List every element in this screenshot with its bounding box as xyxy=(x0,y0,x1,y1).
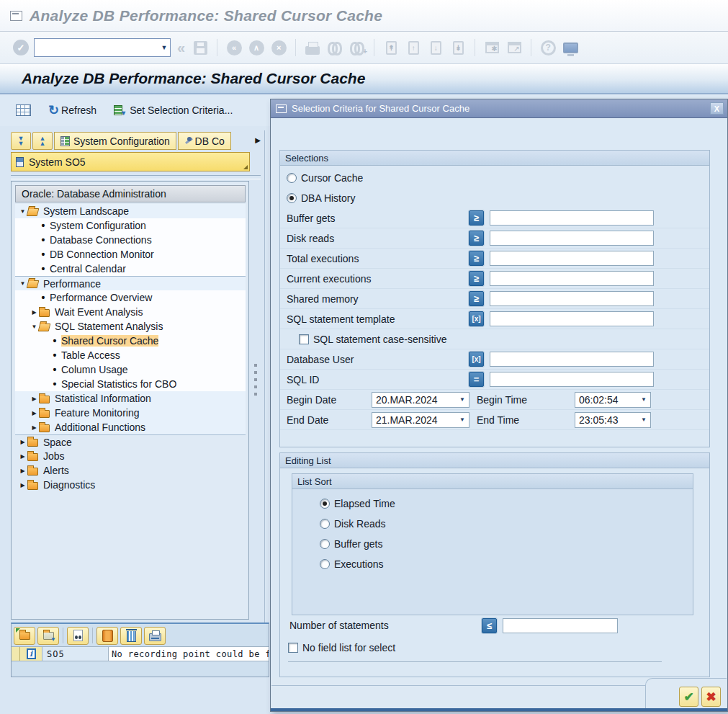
mode-radio-cursor-cache[interactable]: Cursor Cache xyxy=(280,168,709,188)
enter-icon[interactable]: ✓ xyxy=(13,40,29,55)
create-shortcut-button[interactable]: ↗ xyxy=(505,38,523,57)
pattern-operator-icon[interactable]: [x] xyxy=(469,352,484,367)
radio-unselected-icon[interactable] xyxy=(287,173,297,183)
expand-icon[interactable]: ▶ xyxy=(30,309,39,316)
save-button[interactable] xyxy=(192,38,209,57)
number-of-statements-input[interactable] xyxy=(503,618,618,633)
tree-item-system-configuration[interactable]: •System Configuration xyxy=(15,218,246,233)
radio-selected-icon[interactable] xyxy=(320,499,330,509)
tree-item-alerts[interactable]: ▶Alerts xyxy=(15,463,246,478)
less-equal-operator-icon[interactable]: ≤ xyxy=(482,618,497,633)
back-button[interactable]: « xyxy=(225,38,243,57)
tree-item-feature-monitoring[interactable]: ▶Feature Monitoring xyxy=(15,406,246,420)
checkbox-icon[interactable] xyxy=(299,334,309,344)
tree-item-jobs[interactable]: ▶Jobs xyxy=(15,449,246,463)
command-field[interactable]: ▼ xyxy=(34,38,171,57)
tree-item-db-connection-monitor[interactable]: •DB Connection Monitor xyxy=(15,247,246,262)
open-alert-button[interactable] xyxy=(14,627,35,645)
dialog-titlebar[interactable]: Selection Criteria for Shared Cursor Cac… xyxy=(271,99,727,118)
tree-item-table-access[interactable]: •Table Access xyxy=(15,348,246,362)
sort-radio-disk-reads[interactable]: Disk Reads xyxy=(320,514,693,534)
greater-equal-operator-icon[interactable]: ≥ xyxy=(469,291,484,306)
collapse-toolbar-icon[interactable]: « xyxy=(177,40,185,56)
delete-button[interactable] xyxy=(120,627,142,645)
last-page-button[interactable]: ↡ xyxy=(449,38,467,57)
cancel-button[interactable]: ✖ xyxy=(701,687,721,707)
new-session-button[interactable]: ✱ xyxy=(483,38,500,57)
find-button[interactable] xyxy=(326,38,343,57)
cancel-session-button[interactable]: × xyxy=(270,38,287,57)
tree-item-performance-overview[interactable]: •Performance Overview xyxy=(15,290,246,305)
expand-icon[interactable]: ▶ xyxy=(18,453,27,460)
expand-icon[interactable]: ▶ xyxy=(30,396,39,402)
system-selector[interactable]: System SO5 xyxy=(11,152,250,171)
database-user-input[interactable] xyxy=(490,352,654,367)
collapse-all-button[interactable]: ▲▲ xyxy=(32,132,53,150)
tree-item-shared-cursor-cache[interactable]: •Shared Cursor Cache xyxy=(15,334,246,348)
tree-item-special-statistics-for-cbo[interactable]: •Special Statistics for CBO xyxy=(15,377,246,391)
exit-button[interactable]: ∧ xyxy=(248,38,265,57)
tab-scroll-right-icon[interactable]: ▶ xyxy=(255,136,261,144)
greater-equal-operator-icon[interactable]: ≥ xyxy=(469,251,484,266)
sort-radio-buffer-gets[interactable]: Buffer gets xyxy=(320,534,693,554)
current-executions-input[interactable] xyxy=(490,271,654,286)
gui-settings-button[interactable] xyxy=(562,38,579,57)
log-button[interactable] xyxy=(96,627,118,645)
expand-all-button[interactable]: ▼▼ xyxy=(11,132,31,150)
tab-system-configuration[interactable]: System Configuration xyxy=(54,132,176,150)
message-row[interactable]: iSO5No recording point could be foun xyxy=(12,646,269,661)
greater-equal-operator-icon[interactable]: ≥ xyxy=(469,271,484,286)
expand-icon[interactable]: ▶ xyxy=(18,482,27,488)
collapse-icon[interactable]: ▼ xyxy=(18,280,27,287)
radio-unselected-icon[interactable] xyxy=(320,559,330,569)
command-input[interactable] xyxy=(35,40,158,55)
tab-db-connections[interactable]: DB Co xyxy=(178,132,231,150)
sort-radio-elapsed-time[interactable]: Elapsed Time xyxy=(320,494,693,514)
tree-item-space[interactable]: ▶Space xyxy=(15,434,246,449)
close-button[interactable]: X xyxy=(710,102,724,115)
begin-time-combo[interactable]: 06:02:54▼ xyxy=(575,392,651,408)
radio-selected-icon[interactable] xyxy=(287,193,297,203)
tree-item-diagnostics[interactable]: ▶Diagnostics xyxy=(15,478,246,492)
tree-item-statistical-information[interactable]: ▶Statistical Information xyxy=(15,391,246,406)
tree-item-performance[interactable]: ▼Performance xyxy=(15,276,246,290)
print-messages-button[interactable] xyxy=(144,627,166,645)
refresh-button[interactable]: ↻Refresh xyxy=(48,104,96,116)
begin-date-combo[interactable]: 20.MAR.2024▼ xyxy=(372,392,469,408)
end-time-combo[interactable]: 23:05:43▼ xyxy=(575,412,651,428)
tree-item-central-calendar[interactable]: •Central Calendar xyxy=(15,262,246,276)
panel-splitter[interactable] xyxy=(251,181,259,620)
radio-unselected-icon[interactable] xyxy=(320,539,330,549)
expand-icon[interactable]: ▶ xyxy=(30,424,39,431)
tree-item-database-connections[interactable]: •Database Connections xyxy=(15,233,246,247)
mode-radio-dba-history[interactable]: DBA History xyxy=(280,188,709,208)
sql-statement-template-input[interactable] xyxy=(490,311,654,326)
set-selection-criteria-button[interactable]: Set Selection Criteria... xyxy=(114,104,233,116)
filter-alert-button[interactable]: ▼ xyxy=(37,627,59,645)
total-executions-input[interactable] xyxy=(490,251,654,266)
checkbox-icon[interactable] xyxy=(288,643,298,653)
expand-icon[interactable]: ▶ xyxy=(18,468,27,474)
tree-item-system-landscape[interactable]: ▼System Landscape xyxy=(15,204,246,218)
collapse-icon[interactable]: ▼ xyxy=(18,208,27,215)
radio-unselected-icon[interactable] xyxy=(320,519,330,529)
command-dropdown-icon[interactable]: ▼ xyxy=(158,44,170,51)
greater-equal-operator-icon[interactable]: ≥ xyxy=(469,231,484,246)
display-details-button[interactable] xyxy=(67,627,89,645)
disk-reads-input[interactable] xyxy=(490,231,654,246)
pattern-operator-icon[interactable]: [x] xyxy=(469,311,484,326)
equal-operator-icon[interactable]: = xyxy=(469,372,484,387)
page-up-button[interactable]: ↑ xyxy=(405,38,422,57)
sql-id-input[interactable] xyxy=(490,372,654,387)
expand-icon[interactable]: ▶ xyxy=(30,410,39,416)
first-page-button[interactable]: ↟ xyxy=(382,38,400,57)
tree-item-column-usage[interactable]: •Column Usage xyxy=(15,362,246,377)
row-selector-cell[interactable] xyxy=(12,647,20,661)
tree-item-additional-functions[interactable]: ▶Additional Functions xyxy=(15,420,246,434)
tree-item-wait-event-analysis[interactable]: ▶Wait Event Analysis xyxy=(15,305,246,319)
tree-item-sql-statement-analysis[interactable]: ▼SQL Statement Analysis xyxy=(15,319,246,334)
end-date-combo[interactable]: 21.MAR.2024▼ xyxy=(372,412,469,428)
shared-memory-input[interactable] xyxy=(490,291,654,306)
page-down-button[interactable]: ↓ xyxy=(427,38,444,57)
help-button[interactable]: ? xyxy=(539,38,557,57)
